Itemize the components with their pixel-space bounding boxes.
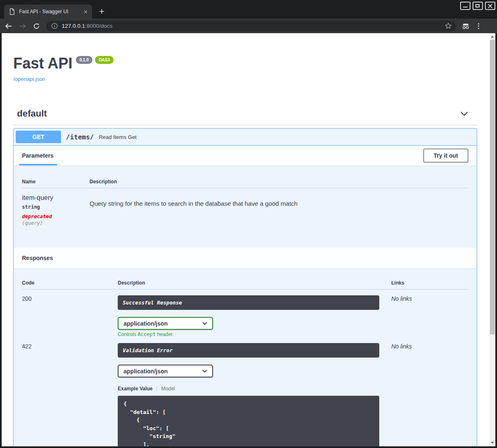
responses-body: Code Description Links 200 Successful Re… bbox=[14, 268, 477, 446]
reload-icon[interactable] bbox=[31, 20, 42, 32]
method-badge: GET bbox=[16, 131, 61, 143]
response-200-description: Successful Response bbox=[118, 295, 379, 310]
swagger-ui: Fast API 0.1.0 OAS3 /openapi.json defaul… bbox=[13, 33, 477, 446]
column-header-name: Name bbox=[22, 174, 90, 188]
select-chevron-icon bbox=[202, 370, 207, 373]
api-info: Fast API 0.1.0 OAS3 /openapi.json bbox=[13, 33, 477, 83]
parameter-location: (query) bbox=[22, 220, 90, 226]
scrollbar-thumb[interactable] bbox=[490, 40, 495, 334]
responses-header: Responses bbox=[14, 248, 477, 268]
column-header-links: Links bbox=[391, 275, 468, 290]
scrollbar-up-arrow-icon[interactable] bbox=[491, 36, 494, 38]
parameter-description: Query string for the items to search in … bbox=[90, 194, 468, 226]
parameter-meta: item-query string deprecated (query) bbox=[22, 194, 90, 226]
column-header-code: Code bbox=[22, 275, 118, 290]
incognito-icon bbox=[462, 22, 470, 29]
responses-heading: Responses bbox=[22, 255, 53, 261]
new-tab-button[interactable] bbox=[96, 6, 107, 17]
oas3-badge: OAS3 bbox=[95, 56, 114, 64]
page-favicon-icon bbox=[9, 8, 15, 15]
back-icon[interactable] bbox=[2, 20, 14, 32]
response-code: 200 bbox=[22, 295, 118, 337]
media-type-select-422[interactable]: application/json bbox=[118, 365, 213, 377]
openapi-spec-link[interactable]: /openapi.json bbox=[13, 76, 45, 82]
window-minimize-button[interactable] bbox=[460, 2, 470, 10]
parameters-tab-underline bbox=[19, 164, 57, 166]
browser-toolbar: 127.0.0.1:8000/docs bbox=[0, 19, 497, 33]
site-info-icon[interactable] bbox=[51, 23, 58, 29]
browser-tab[interactable]: Fast API - Swagger UI bbox=[4, 5, 92, 19]
operation-path: /items/ bbox=[66, 133, 94, 141]
media-type-select-200[interactable]: application/json bbox=[118, 317, 213, 330]
response-422-description-cell: Validation Error application/json Exampl… bbox=[118, 343, 391, 446]
response-links: No links bbox=[391, 343, 468, 446]
parameter-type: string bbox=[22, 204, 90, 210]
tag-section-header[interactable]: default bbox=[13, 106, 477, 125]
tab-example-value[interactable]: Example Value bbox=[118, 386, 153, 392]
parameters-body: Name Description item-query string depre… bbox=[14, 166, 477, 248]
tag-name: default bbox=[17, 108, 47, 119]
operation-summary[interactable]: GET /items/ Read Items Get bbox=[14, 129, 477, 146]
response-code: 422 bbox=[22, 343, 118, 446]
api-title-row: Fast API 0.1.0 OAS3 bbox=[13, 55, 477, 72]
parameters-tab: Parameters bbox=[22, 152, 53, 159]
scrollbar-down-arrow-icon[interactable] bbox=[491, 442, 494, 444]
forward-icon[interactable] bbox=[17, 20, 28, 32]
address-bar[interactable]: 127.0.0.1:8000/docs bbox=[46, 21, 456, 32]
bookmark-star-icon[interactable] bbox=[445, 22, 452, 29]
accept-header-hint: Controls Accept header. bbox=[118, 331, 391, 337]
response-200-description-cell: Successful Response application/json Con… bbox=[118, 295, 391, 337]
try-it-out-button[interactable]: Try it out bbox=[423, 149, 468, 163]
page-viewport: Fast API 0.1.0 OAS3 /openapi.json defaul… bbox=[2, 33, 495, 446]
tab-divider bbox=[157, 386, 157, 392]
column-header-description: Description bbox=[90, 174, 468, 188]
opblock-get-items: GET /items/ Read Items Get Parameters Tr… bbox=[13, 128, 477, 446]
column-header-response-description: Description bbox=[118, 275, 391, 290]
api-title: Fast API bbox=[13, 55, 73, 72]
tab-model[interactable]: Model bbox=[161, 386, 175, 392]
parameter-row: item-query string deprecated (query) Que… bbox=[22, 188, 468, 226]
vertical-scrollbar[interactable] bbox=[490, 33, 495, 446]
example-value-code: { "detail": [ { "loc": [ "string" ], "ms… bbox=[118, 396, 379, 446]
response-row-200: 200 Successful Response application/json… bbox=[22, 290, 468, 337]
browser-titlebar: Fast API - Swagger UI bbox=[0, 0, 497, 19]
response-422-description: Validation Error bbox=[118, 343, 379, 358]
parameters-header: Parameters Try it out bbox=[14, 146, 477, 166]
response-links: No links bbox=[391, 295, 468, 337]
chevron-down-icon[interactable] bbox=[460, 110, 469, 117]
response-row-422: 422 Validation Error application/json Ex… bbox=[22, 337, 468, 446]
parameter-name: item-query bbox=[22, 194, 90, 202]
parameter-deprecated-flag: deprecated bbox=[22, 214, 90, 219]
tab-close-icon[interactable] bbox=[82, 8, 89, 15]
window-maximize-button[interactable] bbox=[473, 2, 483, 10]
window-close-button[interactable] bbox=[485, 2, 495, 10]
browser-menu-icon[interactable] bbox=[476, 22, 481, 31]
model-example-tabs: Example Value Model bbox=[118, 386, 391, 392]
url-text: 127.0.0.1:8000/docs bbox=[62, 23, 445, 29]
select-chevron-icon bbox=[202, 322, 207, 325]
operation-description: Read Items Get bbox=[99, 134, 136, 140]
version-badge: 0.1.0 bbox=[76, 56, 92, 64]
tab-title: Fast API - Swagger UI bbox=[19, 9, 82, 15]
